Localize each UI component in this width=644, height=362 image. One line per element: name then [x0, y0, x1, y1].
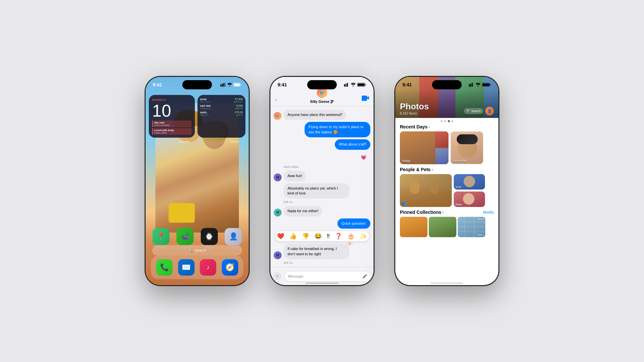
- msg-bubble-1[interactable]: Anyone have plans this weekend?: [284, 110, 346, 120]
- calendar-widget[interactable]: MONDAY 10 Site visit 10:00–10:45AM Lunch…: [149, 95, 195, 138]
- msg-row-3: What about y'all?: [274, 139, 370, 149]
- stocks-widget[interactable]: DOWDow Jones I... 37,816▲570.17 S&P 500S…: [197, 95, 245, 138]
- pinned-3[interactable]: Meerut Ghaz...: [458, 217, 485, 237]
- svg-rect-15: [469, 84, 470, 87]
- msg-bubble-7[interactable]: Quick question:: [337, 218, 370, 229]
- msg-avatar-1: 🐦: [274, 112, 282, 120]
- people-chevron: ›: [431, 167, 433, 172]
- tapback-heart[interactable]: ❤️: [277, 233, 284, 240]
- time-phone3: 9:41: [402, 82, 412, 87]
- msg-row-8: M If cake for breakfast is wrong, I don'…: [274, 244, 370, 259]
- back-button[interactable]: ‹: [275, 97, 277, 102]
- recent-days-title: Recent Days: [400, 124, 427, 129]
- pinned-section: Pinned Collections › Modify: [400, 210, 494, 237]
- dock-phone[interactable]: 📞: [156, 259, 172, 276]
- tapback-exclaim[interactable]: ‼️: [327, 233, 330, 240]
- svg-rect-17: [472, 83, 473, 87]
- calendar-event-1: Site visit 10:00–10:45AM: [152, 121, 192, 127]
- svg-rect-1: [222, 84, 223, 87]
- search-icon-photos: 🔍: [467, 109, 470, 113]
- people-grid: 👥 Amit: [400, 174, 494, 207]
- msg-row-5: Absolutely no plans yet, which I kind of…: [274, 183, 370, 199]
- imessage-placeholder: iMessage: [288, 274, 303, 278]
- msg-row-1: 🐦 Anyone have plans this weekend?: [274, 110, 370, 120]
- phone3: 9:41: [394, 76, 499, 286]
- video-button[interactable]: [362, 96, 369, 102]
- svg-rect-14: [365, 84, 366, 85]
- maya-label: Maya: [455, 203, 462, 206]
- recent-days-header[interactable]: Recent Days ›: [400, 124, 494, 129]
- msg-row-2: Flying down to my sister's place to see …: [274, 122, 370, 137]
- svg-rect-20: [483, 84, 490, 86]
- pinned-2[interactable]: [429, 217, 456, 237]
- msg-bubble-4[interactable]: Aww fun!: [284, 171, 306, 181]
- pinned-title: Pinned Collections: [400, 210, 441, 215]
- msg-bubble-3[interactable]: What about y'all?: [335, 139, 370, 149]
- dock-mail[interactable]: ✉️: [178, 259, 195, 276]
- sender-mark: Mark Disler: [284, 165, 370, 169]
- svg-rect-8: [344, 84, 345, 87]
- person-maya[interactable]: Maya: [454, 192, 485, 207]
- dot-4[interactable]: [451, 120, 453, 122]
- svg-point-18: [478, 86, 479, 87]
- home-indicator-phone3: [430, 283, 463, 284]
- dock: 📞 ✉️ ♪ 🧭: [151, 256, 243, 279]
- modify-button[interactable]: Modify: [483, 210, 494, 214]
- svg-rect-0: [220, 84, 221, 87]
- messages-body: 🐦 Anyone have plans this weekend? Flying…: [270, 106, 374, 267]
- msg-bubble-6[interactable]: Nada for me either!: [284, 206, 322, 216]
- profile-avatar[interactable]: 👤: [485, 107, 494, 115]
- status-icons-phone1: [220, 83, 242, 87]
- time-phone1: 9:41: [153, 82, 162, 87]
- svg-rect-10: [347, 83, 348, 87]
- search-bar[interactable]: 🔍 Search: [152, 245, 242, 256]
- tapback-thumbup[interactable]: 👍: [289, 233, 297, 240]
- photos-body: Recent Days › Today: [395, 124, 498, 285]
- dock-safari[interactable]: 🧭: [222, 259, 238, 276]
- tapback-sparkle[interactable]: ✨: [360, 233, 367, 240]
- people-pets-section: People & Pets › 👥: [400, 167, 494, 207]
- pinned-1[interactable]: [400, 217, 427, 237]
- dynamic-island-phone2: [307, 80, 337, 89]
- svg-rect-3: [225, 83, 226, 87]
- phone2: 9:41 ‹ 🐦 Silly Geese 🕊: [269, 76, 375, 286]
- msg-row-7: Quick question:: [274, 218, 370, 229]
- dot-3-active[interactable]: [448, 120, 450, 122]
- tapback-question[interactable]: ❓: [335, 233, 342, 240]
- person-large[interactable]: 👥: [400, 174, 452, 207]
- tapback-laugh[interactable]: 😂: [314, 233, 322, 240]
- tapback-bar: ❤️ 👍 👎 😂 ‼️ ❓ 🎂 ✨: [275, 231, 369, 241]
- people-title: People & Pets: [400, 167, 430, 172]
- svg-rect-9: [346, 84, 347, 87]
- pinned-header: Pinned Collections › Modify: [400, 210, 494, 215]
- svg-point-11: [353, 86, 354, 87]
- msg-bubble-8[interactable]: If cake for breakfast is wrong, I don't …: [284, 244, 349, 259]
- photos-search-button[interactable]: 🔍 Search: [464, 108, 483, 114]
- person-amit[interactable]: Amit: [454, 174, 485, 190]
- dot-2[interactable]: [444, 120, 446, 122]
- msg-bubble-5[interactable]: Absolutely no plans yet, which I kind of…: [284, 183, 349, 199]
- msg-avatar-8: M: [274, 251, 282, 259]
- recent-days-grid: Today Yesterday: [400, 131, 494, 164]
- msg-row-8-container: M If cake for breakfast is wrong, I don'…: [274, 244, 370, 259]
- attach-button[interactable]: +: [273, 272, 282, 281]
- person-small-stack: Amit Maya: [454, 174, 485, 207]
- people-pets-header[interactable]: People & Pets ›: [400, 167, 494, 172]
- tapback-thumbdown[interactable]: 👎: [302, 233, 309, 240]
- msg-bubble-2[interactable]: Flying down to my sister's place to see …: [305, 122, 370, 137]
- svg-rect-13: [358, 84, 365, 86]
- dot-1[interactable]: [441, 120, 443, 122]
- tapback-cake[interactable]: 🎂: [347, 233, 355, 240]
- today-thumb[interactable]: Today: [400, 131, 448, 164]
- yesterday-thumb[interactable]: Yesterday: [450, 131, 483, 164]
- dock-music[interactable]: ♪: [200, 259, 216, 276]
- pinned-title-container[interactable]: Pinned Collections ›: [400, 210, 444, 215]
- dynamic-island-phone3: [432, 80, 462, 89]
- photos-title: Photos: [400, 102, 429, 112]
- calendar-date: 10: [152, 102, 192, 119]
- svg-rect-6: [234, 84, 240, 86]
- msg-avatar-mark: M: [274, 173, 282, 181]
- message-input[interactable]: iMessage 🎤: [284, 271, 371, 282]
- msg-row-heart: 💗: [274, 152, 370, 164]
- pinned-grid: Meerut Ghaz...: [400, 217, 494, 237]
